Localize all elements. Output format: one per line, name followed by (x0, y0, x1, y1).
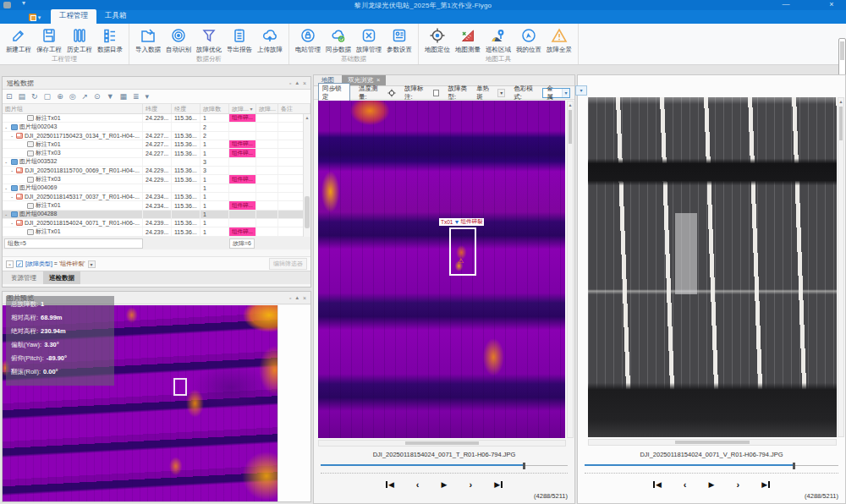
tab-toolbox[interactable]: 工具箱 (96, 9, 135, 24)
visual-hscrollbar[interactable] (588, 439, 837, 446)
nav-next-button[interactable]: › (469, 479, 472, 490)
data-catalog-button[interactable]: 数据目录 (95, 25, 125, 54)
map-locate-button[interactable]: 地图定位 (422, 25, 453, 54)
expander-icon[interactable]: - (5, 159, 9, 165)
expander-icon[interactable]: - (11, 133, 14, 139)
slider-thumb[interactable] (523, 463, 525, 469)
table-row[interactable]: -DJI_20250118115700_0069_T_R01-H04-... 2… (3, 167, 310, 175)
float-icon[interactable]: ▫ (289, 80, 291, 86)
tab-inspection-data[interactable]: 巡检数据 (43, 271, 80, 284)
minimize-button[interactable]: — (777, 0, 795, 10)
col-fault-count[interactable]: 故障数 (201, 104, 229, 113)
search-icon[interactable]: ⊙ (94, 93, 101, 101)
table-row[interactable]: -标注Tx03 24.229... 115.36... 1 组件碎... (3, 175, 310, 184)
nav-first-button[interactable]: ◀ (386, 480, 393, 489)
fault-type-dropdown-icon[interactable]: ▾ (497, 89, 505, 97)
nav-last-button[interactable]: ▶ (761, 480, 769, 489)
viewer-dropdown-button[interactable]: ▾ (575, 85, 587, 96)
fault-panorama-button[interactable]: 故障全景 (544, 25, 574, 54)
thermal-vscrollbar[interactable]: ▲ (567, 101, 574, 438)
filter-dropdown-icon[interactable]: ▾ (88, 260, 96, 268)
import-data-button[interactable]: 导入数据 (133, 25, 163, 54)
col-fault-type[interactable]: 故障... (229, 104, 256, 113)
app-menu-button[interactable]: ▾ (24, 12, 46, 23)
map-measure-button[interactable]: 地图测量 (453, 25, 483, 54)
tab-project-management[interactable]: 工程管理 (51, 9, 96, 24)
table-row[interactable]: -标注Tx01 24.229... 115.36... 1 组件碎... (3, 114, 310, 123)
list-icon[interactable]: ≣ (133, 93, 140, 101)
expand-icon[interactable]: ⊡ (6, 93, 13, 101)
my-position-button[interactable]: 我的位置 (514, 25, 544, 54)
target-icon[interactable]: ⊕ (57, 93, 63, 101)
nav-play-button[interactable]: ▶ (709, 480, 715, 489)
expander-icon[interactable]: - (11, 220, 14, 226)
pin-icon[interactable]: ▴ (295, 79, 299, 86)
color-mode-select[interactable]: 金属 ▾ (542, 88, 570, 98)
save-project-button[interactable]: 保存工程 (34, 25, 64, 54)
fault-annotation-box[interactable] (449, 227, 476, 276)
scroll-up-icon[interactable]: ▲ (304, 114, 310, 121)
eye-icon[interactable]: ◎ (69, 93, 76, 101)
table-row[interactable]: -DJI_20250118145317_0037_T_R01-H04-... 2… (3, 193, 310, 201)
filter-checkbox[interactable]: ✓ (16, 260, 23, 267)
history-project-button[interactable]: 历史工程 (64, 25, 95, 54)
refresh-icon[interactable]: ↻ (31, 93, 38, 101)
table-row[interactable]: -标注Tx01 24.227... 115.36... 1 组件碎... (3, 140, 310, 149)
temp-crosshair-icon[interactable] (387, 88, 396, 96)
nav-next-button[interactable]: › (736, 479, 739, 490)
upload-fault-button[interactable]: 上传故障 (255, 25, 285, 54)
col-image-group[interactable]: 图片组 (3, 104, 143, 113)
slider-thumb[interactable] (793, 463, 795, 469)
tab-resource-management[interactable]: 资源管理 (5, 271, 42, 284)
pin-icon[interactable]: ▴ (295, 294, 299, 301)
sync-data-button[interactable]: 同步数据 (323, 25, 354, 54)
thermal-image[interactable]: Tx01 ▼ 组件碎裂 ⚠ (318, 101, 565, 438)
table-scrollbar[interactable]: ▲ (303, 114, 310, 237)
table-row[interactable]: -标注Tx01 24.239... 115.36... 1 组件碎... (3, 227, 310, 236)
col-longitude[interactable]: 经度 (172, 104, 201, 113)
thermal-slider[interactable] (321, 463, 568, 469)
filter-icon[interactable]: ▼ (107, 93, 114, 101)
station-manage-button[interactable]: 电站管理 (293, 25, 323, 54)
expander-icon[interactable]: - (5, 211, 9, 217)
new-project-button[interactable]: 新建工程 (3, 25, 34, 54)
table-row[interactable]: -标注Tx01 24.234... 115.36... 1 组件碎... (3, 201, 310, 210)
table-row[interactable]: -图片组004288 1 (3, 211, 310, 219)
thermal-hscrollbar[interactable] (318, 440, 566, 446)
folder-icon[interactable]: ▤ (19, 93, 26, 101)
col-note[interactable]: 备注 (278, 104, 310, 113)
grid-icon[interactable]: ▦ (120, 93, 128, 101)
stop-icon[interactable]: ▢ (44, 93, 52, 101)
expander-icon[interactable]: - (5, 185, 9, 191)
nav-last-button[interactable]: ▶ (494, 480, 502, 489)
export-icon[interactable]: ↗ (82, 93, 89, 101)
table-row[interactable]: -图片组002043 2 (3, 123, 310, 131)
col-latitude[interactable]: 纬度 (143, 104, 172, 113)
export-report-button[interactable]: 导出报告 (224, 25, 255, 54)
fault-optimize-button[interactable]: 故障优化 (194, 25, 224, 54)
nav-prev-button[interactable]: ‹ (684, 479, 687, 490)
close-icon[interactable]: × (303, 295, 306, 301)
inspect-region-button[interactable]: 巡检区域 (483, 25, 514, 54)
visual-vscrollbar[interactable]: ▲ (838, 97, 844, 437)
table-row[interactable]: -DJI_20250118154024_0071_T_R01-H06-... 2… (3, 219, 310, 227)
more-icon[interactable]: ▾ (146, 93, 150, 101)
param-settings-button[interactable]: 参数设置 (384, 25, 415, 54)
expander-icon[interactable]: - (11, 194, 14, 200)
fault-mark-checkbox[interactable] (433, 90, 440, 96)
close-button[interactable]: × (822, 0, 841, 10)
col-fault-level[interactable]: 故障... (256, 104, 278, 113)
auto-detect-button[interactable]: 自动识别 (163, 25, 194, 54)
table-row[interactable]: -标注Tx03 24.227... 115.36... 1 组件碎... (3, 149, 310, 157)
tab-close-icon[interactable]: × (376, 76, 380, 84)
table-row[interactable]: -图片组004069 1 (3, 184, 310, 193)
expander-icon[interactable]: - (5, 124, 9, 130)
edit-filter-button[interactable]: 编辑筛选器 (269, 258, 307, 270)
visual-slider[interactable] (585, 463, 838, 469)
nav-first-button[interactable]: ◀ (653, 480, 661, 489)
nav-prev-button[interactable]: ‹ (416, 479, 420, 490)
filter-remove-icon[interactable]: × (6, 260, 14, 268)
float-icon[interactable]: ▫ (289, 295, 291, 301)
close-icon[interactable]: × (303, 80, 306, 86)
nav-play-button[interactable]: ▶ (442, 480, 448, 489)
